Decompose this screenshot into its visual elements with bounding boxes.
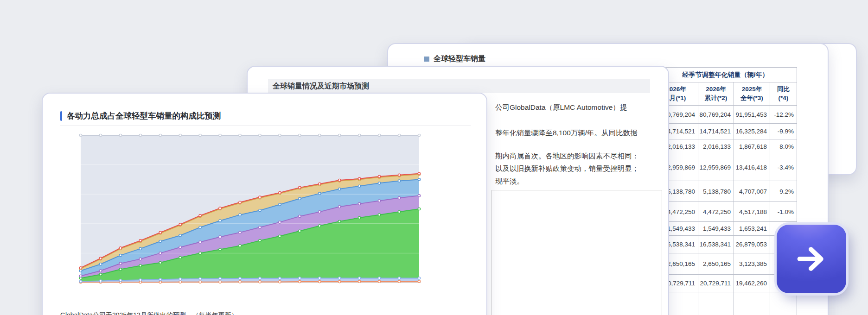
table-cell: 16,325,284 — [734, 124, 770, 139]
title-accent-bar — [60, 111, 62, 121]
column-header: 2026年累计(*2) — [698, 82, 734, 106]
table-group-header: 经季节调整年化销量（辆/年） — [654, 68, 797, 82]
table-cell: -1.0% — [770, 202, 797, 222]
chart-title: 各动力总成占全球轻型车销量的构成比预测 — [60, 110, 221, 121]
table-cell: 19,462,260 — [734, 275, 770, 292]
section-title: 全球销量情况及近期市场预测 — [268, 79, 650, 93]
body-text-line: 公司GlobalData（原LMC Automotive）提 — [495, 103, 627, 113]
saar-trend-chart — [492, 190, 662, 315]
section-bullet-icon — [424, 57, 429, 62]
next-page-button[interactable] — [777, 225, 846, 293]
table-row — [654, 292, 797, 315]
table-row: 2,016,1332,016,1331,867,6188.0% — [654, 139, 797, 154]
column-header: 同比(*4) — [770, 82, 797, 106]
table-cell: 14,714,521 — [698, 124, 734, 139]
table-cell: 26,879,053 — [734, 236, 770, 253]
table-cell: 91,951,453 — [734, 106, 770, 124]
table-cell: 8.0% — [770, 139, 797, 154]
table-row: 14,714,52114,714,52116,325,284-9.9% — [654, 124, 797, 139]
table-cell: -3.4% — [770, 154, 797, 181]
table-row: 5,138,7805,138,7804,707,0079.2% — [654, 181, 797, 202]
table-cell: 1,867,618 — [734, 139, 770, 154]
table-row: 20,729,71120,729,71119,462,2606.5% — [654, 275, 797, 292]
table-cell: -12.2% — [770, 106, 797, 124]
table-cell: 80,769,204 — [698, 106, 734, 124]
saar-table: 经季节调整年化销量（辆/年） 2026年1月(*1)2026年累计(*2)202… — [654, 67, 797, 315]
table-cell: 1,653,241 — [734, 222, 770, 236]
table-cell: 20,729,711 — [698, 275, 734, 292]
table-cell: 9.2% — [770, 181, 797, 202]
table-cell: 3,123,385 — [734, 253, 770, 275]
chart-title-text: 各动力总成占全球轻型车销量的构成比预测 — [67, 110, 221, 121]
powertrain-share-chart — [43, 130, 488, 293]
table-cell: 1,549,433 — [698, 222, 734, 236]
table-row: 4,472,2504,472,2504,517,188-1.0% — [654, 202, 797, 222]
table-cell: 4,517,188 — [734, 202, 770, 222]
table-cell: 4,707,007 — [734, 181, 770, 202]
screenshot-canvas: 全球轻型车销量 经季节调整年化销量（辆/年） 2026年1月(*1)2026年累… — [0, 0, 868, 315]
body-text-line: 期内尚属首次。各地区的影响因素不尽相同： — [495, 151, 639, 161]
table-row: 1,549,4331,549,4331,653,241-6.3% — [654, 222, 797, 236]
table-cell: 16,538,341 — [698, 236, 734, 253]
body-text-line: 以及以旧换新补贴政策变动，销量受挫明显； — [495, 164, 639, 174]
powertrain-share-panel: 各动力总成占全球轻型车销量的构成比预测 GlobalData公司于2025年12… — [42, 93, 487, 315]
table-cell: 13,416,418 — [734, 154, 770, 181]
body-text-line: 整年化销量骤降至8,100万辆/年。从同比数据 — [495, 128, 638, 138]
table-row: 2,650,1652,650,1653,123,385-15.1% — [654, 253, 797, 275]
table-cell: 5,138,780 — [698, 181, 734, 202]
body-text-line: 现平淡。 — [495, 176, 524, 186]
arrow-right-icon — [794, 242, 829, 276]
column-header: 2025年全年(*3) — [734, 82, 770, 106]
table-cell: 2,650,165 — [698, 253, 734, 275]
divider — [60, 126, 471, 126]
table-cell: 4,472,250 — [698, 202, 734, 222]
panel-title-text: 全球轻型车销量 — [434, 54, 485, 64]
table-row: 12,959,86912,959,86913,416,418-3.4% — [654, 154, 797, 181]
saar-trend-chart-box — [491, 190, 662, 315]
table-row: 16,538,34116,538,34126,879,053-38.5% — [654, 236, 797, 253]
table-cell: 12,959,869 — [698, 154, 734, 181]
table-cell: 2,016,133 — [698, 139, 734, 154]
chart-footnote: GlobalData公司于2025年12月所做出的预测。（每半年更新） — [60, 311, 238, 315]
table-cell: -9.9% — [770, 124, 797, 139]
panel-title: 全球轻型车销量 — [424, 54, 485, 64]
table-row: 80,769,20480,769,20491,951,453-12.2% — [654, 106, 797, 124]
